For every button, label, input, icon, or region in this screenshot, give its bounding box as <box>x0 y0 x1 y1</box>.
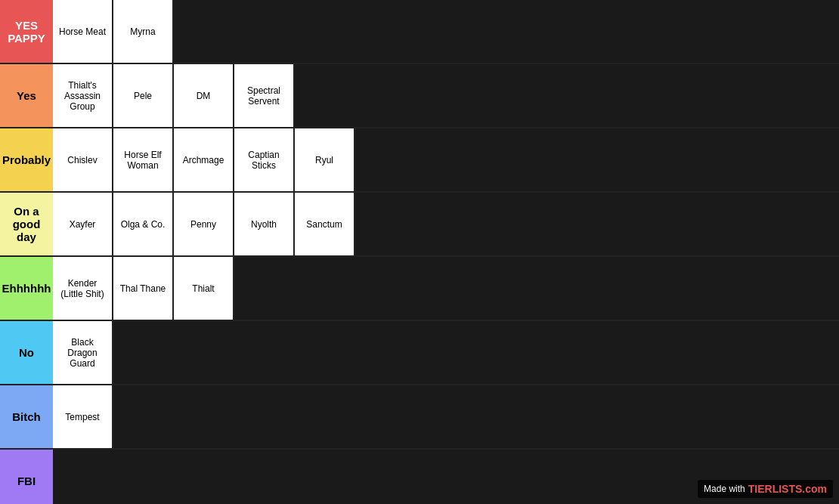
tier-item[interactable]: Kender (Little Shit) <box>53 257 113 320</box>
tier-empty-space <box>355 193 839 255</box>
tier-label-yes: Yes <box>0 64 53 127</box>
tier-row-good-day: On a good dayXayferOlga & Co.PennyNyolth… <box>0 193 839 257</box>
tier-item[interactable]: Pele <box>113 64 174 127</box>
tier-row-ehhhhhh: EhhhhhhKender (Little Shit)Thal ThaneThi… <box>0 257 839 321</box>
tier-row-bitch: BitchTempest <box>0 385 839 450</box>
tier-list: YES PAPPYHorse MeatMyrnaYesThialt's Assa… <box>0 0 839 504</box>
tier-items-no: Black Dragon Guard <box>53 321 839 384</box>
tier-item[interactable]: Horse Elf Woman <box>113 128 174 191</box>
tier-item[interactable]: Olga & Co. <box>113 193 174 255</box>
tier-empty-space <box>113 321 839 384</box>
tier-row-probably: ProbablyChislevHorse Elf WomanArchmageCa… <box>0 128 839 193</box>
tier-items-yes-pappy: Horse MeatMyrna <box>53 0 839 63</box>
watermark-text: Made with <box>704 484 745 494</box>
tier-items-good-day: XayferOlga & Co.PennyNyolthSanctum <box>53 193 839 255</box>
tier-empty-space <box>355 128 839 191</box>
tier-item[interactable]: Captian Sticks <box>234 128 295 191</box>
tier-items-yes: Thialt's Assassin GroupPeleDMSpectral Se… <box>53 64 839 127</box>
tier-row-yes: YesThialt's Assassin GroupPeleDMSpectral… <box>0 64 839 128</box>
tier-empty-space <box>113 385 839 448</box>
watermark: Made with TIERLISTS.com <box>698 480 833 498</box>
tier-label-bitch: Bitch <box>0 385 53 448</box>
tier-row-yes-pappy: YES PAPPYHorse MeatMyrna <box>0 0 839 64</box>
tier-item[interactable]: Penny <box>174 193 234 255</box>
tier-item[interactable]: Myrna <box>113 0 174 63</box>
tier-empty-space <box>174 0 839 63</box>
tier-label-no: No <box>0 321 53 384</box>
tier-label-probably: Probably <box>0 128 53 191</box>
tier-item[interactable]: Spectral Servent <box>234 64 295 127</box>
tier-item[interactable]: DM <box>174 64 234 127</box>
tier-items-probably: ChislevHorse Elf WomanArchmageCaptian St… <box>53 128 839 191</box>
tier-item[interactable]: Ryul <box>295 128 355 191</box>
tier-item[interactable]: Xayfer <box>53 193 113 255</box>
tier-label-fbi: FBI <box>0 450 53 504</box>
tier-empty-space <box>234 257 839 320</box>
tier-items-ehhhhhh: Kender (Little Shit)Thal ThaneThialt <box>53 257 839 320</box>
tier-item[interactable]: Black Dragon Guard <box>53 321 113 384</box>
tier-item[interactable]: Chislev <box>53 128 113 191</box>
tier-items-bitch: Tempest <box>53 385 839 448</box>
tier-item[interactable]: Thialt's Assassin Group <box>53 64 113 127</box>
watermark-brand: TIERLISTS.com <box>748 483 827 495</box>
tier-item[interactable]: Nyolth <box>234 193 295 255</box>
tier-item[interactable]: Tempest <box>53 385 113 448</box>
tier-label-good-day: On a good day <box>0 193 53 255</box>
tier-label-ehhhhhh: Ehhhhhh <box>0 257 53 320</box>
tier-item[interactable]: Archmage <box>174 128 234 191</box>
tier-label-yes-pappy: YES PAPPY <box>0 0 53 63</box>
tier-empty-space <box>295 64 839 127</box>
tier-item[interactable]: Thal Thane <box>113 257 174 320</box>
tier-item[interactable]: Horse Meat <box>53 0 113 63</box>
tier-item[interactable]: Thialt <box>174 257 234 320</box>
tier-item[interactable]: Sanctum <box>295 193 355 255</box>
tier-row-no: NoBlack Dragon Guard <box>0 321 839 385</box>
